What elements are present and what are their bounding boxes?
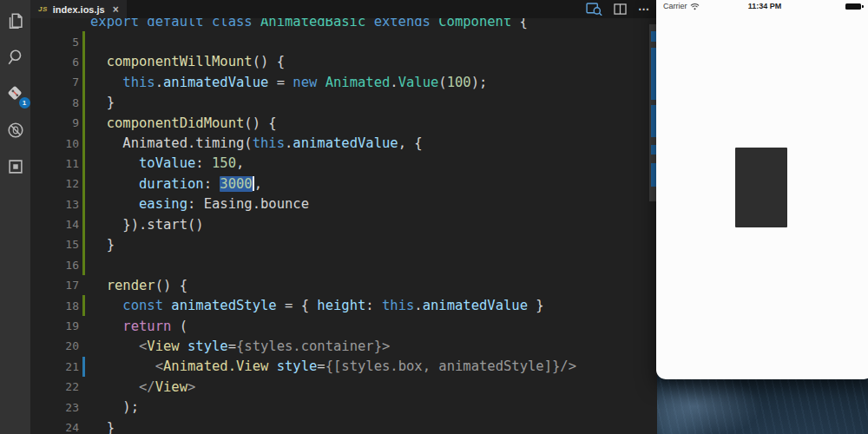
- code-line[interactable]: 10 Animated.timing(this.animatedValue, {: [30, 133, 657, 153]
- code-text: componentDidMount() {: [90, 115, 277, 131]
- code-line[interactable]: 24 }: [30, 418, 657, 434]
- editor-actions: ⋯: [586, 0, 650, 18]
- extensions-box-icon: [6, 157, 25, 176]
- gutter-change-indicator: [82, 174, 85, 194]
- code-line[interactable]: 16: [30, 255, 657, 275]
- tab-bar: JS index.ios.js × ⋯: [30, 0, 657, 18]
- line-number: 16: [30, 259, 79, 272]
- files-icon: [6, 11, 25, 30]
- code-line[interactable]: 23 );: [30, 397, 657, 417]
- editor[interactable]: export default class AnimatedBasic exten…: [30, 18, 657, 434]
- code-line[interactable]: 6 componentWillMount() {: [30, 52, 657, 72]
- tab-close-icon[interactable]: ×: [113, 3, 119, 16]
- line-number: 5: [30, 36, 79, 49]
- code-text: <View style={styles.container}>: [90, 339, 390, 354]
- gutter-change-indicator: [82, 357, 85, 377]
- line-number: 22: [30, 380, 79, 393]
- extensions-icon[interactable]: [3, 155, 28, 179]
- code-text: );: [90, 399, 139, 415]
- search-icon[interactable]: [3, 45, 28, 69]
- gutter-change-indicator: [82, 397, 85, 417]
- gutter-change-indicator: [82, 295, 85, 315]
- tab-index-ios-js[interactable]: JS index.ios.js ×: [30, 0, 127, 18]
- code-line[interactable]: 13 easing: Easing.bounce: [30, 194, 657, 214]
- gutter-change-indicator: [82, 255, 85, 275]
- line-number: 21: [30, 360, 79, 373]
- ios-simulator-window: Carrier 11:34 PM: [656, 0, 868, 379]
- magnifier-icon: [6, 48, 25, 67]
- code-text: export default class AnimatedBasic exten…: [90, 18, 528, 30]
- explorer-icon[interactable]: [3, 9, 28, 33]
- line-number: 9: [30, 116, 79, 129]
- no-bug-icon: [6, 121, 25, 140]
- line-number: 13: [30, 198, 79, 211]
- js-lang-icon: JS: [38, 5, 48, 13]
- split-editor-icon[interactable]: [614, 3, 627, 15]
- code-line[interactable]: 14 }).start(): [30, 214, 657, 234]
- line-number: 17: [30, 279, 79, 292]
- line-number: 7: [30, 76, 79, 89]
- gutter-change-indicator: [82, 31, 85, 51]
- line-number: 15: [30, 238, 79, 251]
- code-text: duration: 3000,: [90, 176, 262, 192]
- line-number: 23: [30, 401, 79, 414]
- debug-icon[interactable]: [3, 118, 28, 142]
- gutter-change-indicator: [82, 18, 85, 31]
- animated-view-box: [735, 148, 787, 227]
- line-number: 14: [30, 218, 79, 231]
- code-line[interactable]: 7 this.animatedValue = new Animated.Valu…: [30, 72, 657, 92]
- code-text: Animated.timing(this.animatedValue, {: [90, 135, 423, 151]
- line-number: 18: [30, 299, 79, 312]
- code-text: }: [90, 237, 115, 253]
- gutter-change-indicator: [82, 52, 85, 72]
- code-text: const animatedStyle = { height: this.ani…: [90, 298, 544, 313]
- gutter-change-indicator: [82, 93, 85, 113]
- gutter-change-indicator: [82, 133, 85, 153]
- code-text: }: [90, 95, 115, 110]
- sim-status-bar: Carrier 11:34 PM: [656, 0, 868, 12]
- code-line[interactable]: 5: [30, 31, 657, 51]
- sim-clock: 11:34 PM: [656, 2, 868, 10]
- source-control-icon[interactable]: 1: [3, 82, 28, 106]
- line-number: 8: [30, 96, 79, 109]
- code-line[interactable]: 20 <View style={styles.container}>: [30, 336, 657, 356]
- code-line[interactable]: 22 </View>: [30, 377, 657, 397]
- activity-bar: 1: [0, 0, 30, 434]
- code-line[interactable]: 19 return (: [30, 316, 657, 336]
- code-area[interactable]: export default class AnimatedBasic exten…: [30, 18, 657, 434]
- code-text: }: [90, 420, 115, 434]
- code-line[interactable]: 17 render() {: [30, 275, 657, 295]
- gutter-change-indicator: [82, 113, 85, 133]
- code-line[interactable]: 21 <Animated.View style={[styles.box, an…: [30, 357, 657, 377]
- gutter-change-indicator: [82, 154, 85, 174]
- gutter-change-indicator: [82, 316, 85, 336]
- gutter-change-indicator: [82, 72, 85, 92]
- code-line[interactable]: 8 }: [30, 93, 657, 113]
- code-line[interactable]: 18 const animatedStyle = { height: this.…: [30, 295, 657, 315]
- code-line[interactable]: 15 }: [30, 234, 657, 254]
- code-text: return (: [90, 319, 187, 334]
- code-line[interactable]: 9 componentDidMount() {: [30, 113, 657, 133]
- gutter-change-indicator: [82, 275, 85, 295]
- code-text: toValue: 150,: [90, 155, 244, 171]
- open-preview-icon[interactable]: [586, 3, 602, 16]
- code-line[interactable]: 12 duration: 3000,: [30, 174, 657, 194]
- code-text: this.animatedValue = new Animated.Value(…: [90, 75, 487, 90]
- line-number: 6: [30, 56, 79, 69]
- code-line[interactable]: 11 toValue: 150,: [30, 154, 657, 174]
- tab-label: index.ios.js: [53, 4, 105, 15]
- more-actions-icon[interactable]: ⋯: [638, 5, 650, 14]
- line-number: 12: [30, 177, 79, 190]
- gutter-change-indicator: [82, 234, 85, 254]
- gutter-change-indicator: [82, 214, 85, 234]
- gutter-change-indicator: [82, 377, 85, 397]
- code-text: componentWillMount() {: [90, 54, 285, 69]
- line-number: 24: [30, 421, 79, 434]
- code-line[interactable]: export default class AnimatedBasic exten…: [30, 18, 657, 31]
- line-number: 11: [30, 157, 79, 170]
- gutter-change-indicator: [82, 336, 85, 356]
- code-text: </View>: [90, 379, 195, 395]
- code-text: render() {: [90, 278, 187, 293]
- code-text: easing: Easing.bounce: [90, 196, 309, 212]
- line-number: 19: [30, 319, 79, 332]
